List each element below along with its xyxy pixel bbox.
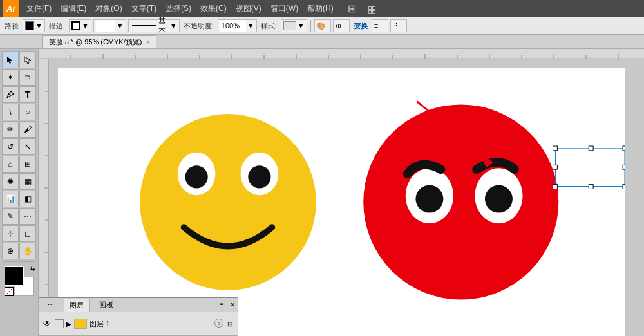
tab-close-button[interactable]: × <box>146 39 149 46</box>
menu-edit[interactable]: 编辑(E) <box>57 2 90 15</box>
handle-tc[interactable] <box>589 146 593 151</box>
fill-color-swatch <box>25 21 34 30</box>
handle-tl[interactable] <box>553 146 558 151</box>
magic-wand-tool[interactable]: ✦ <box>2 69 19 86</box>
options-toolbar: 路径 ▼ 描边: ▼ ▼ 基本 ▼ 不透明度: ▼ 样式: ▼ 🎨 ⊕ 变换 ≡… <box>0 17 644 35</box>
selection-box <box>555 149 625 187</box>
tool-row-11: ⊹ ◻ <box>2 225 36 242</box>
handle-tr[interactable] <box>623 146 625 151</box>
tool-row-7: ⌂ ⊞ <box>2 156 36 173</box>
panel-header: ⋯ 图层 画板 ≡ ✕ <box>39 298 238 312</box>
svg-rect-0 <box>39 49 644 59</box>
align-button[interactable]: ≡ <box>372 19 388 32</box>
image-trace-button[interactable]: ⊕ <box>333 19 350 32</box>
handle-bl[interactable] <box>553 185 558 189</box>
canvas-tab[interactable]: 画板 <box>93 298 119 312</box>
live-paint-tool[interactable]: ⊹ <box>2 225 19 242</box>
devil-face-circle <box>363 104 558 299</box>
menu-select[interactable]: 选择(S) <box>162 2 195 15</box>
column-graph-tool[interactable]: 📊 <box>2 191 19 207</box>
graph-tool[interactable]: ▦ <box>19 173 36 190</box>
stroke-color-picker[interactable]: ▼ <box>69 19 91 32</box>
tool-row-2: ✦ ⊃ <box>2 69 36 86</box>
layer-dots-button[interactable]: ⊡ <box>225 319 235 329</box>
pencil-tool[interactable]: ✏ <box>2 121 19 138</box>
fill-color-picker[interactable]: ▼ <box>23 19 45 32</box>
menu-view[interactable]: 视图(V) <box>232 2 265 15</box>
menu-object[interactable]: 对象(O) <box>91 2 126 15</box>
menu-help[interactable]: 帮助(H) <box>303 2 337 15</box>
zoom-tool[interactable]: ⊕ <box>2 243 19 259</box>
tool-row-1 <box>2 51 36 68</box>
lasso-tool[interactable]: ⊃ <box>19 69 36 86</box>
gradient-tool[interactable]: ◧ <box>19 191 36 207</box>
scale-tool[interactable]: ⤡ <box>19 138 36 155</box>
tab-bar: 笑脸.ai* @ 95% (CMYK/预览) × <box>0 35 644 49</box>
style-selector[interactable]: ▼ <box>281 19 307 32</box>
handle-mr[interactable] <box>623 165 625 169</box>
stroke-style-label: 基本 <box>158 16 169 35</box>
handle-ml[interactable] <box>553 165 558 169</box>
swap-colors-icon[interactable]: ⇆ <box>30 265 35 272</box>
rotate-tool[interactable]: ↺ <box>2 138 19 155</box>
none-color-icon[interactable] <box>5 287 14 296</box>
panel-resize[interactable]: ⋯ <box>42 299 60 310</box>
canvas-area[interactable]: ⋯ 图层 画板 ≡ ✕ 👁 ▶ 图层 1 ○ ⊡ <box>39 49 644 336</box>
panel-menu-icon[interactable]: ≡ <box>220 301 223 308</box>
menu-text[interactable]: 文字(T) <box>128 2 160 15</box>
handle-br[interactable] <box>623 185 625 189</box>
blend-tool[interactable]: ⋯ <box>19 208 36 225</box>
devil-face-group <box>363 104 558 299</box>
symbol-sprayer-tool[interactable]: ✺ <box>2 173 19 190</box>
tool-row-3: T <box>2 86 36 103</box>
line-tool[interactable]: \ <box>2 104 19 120</box>
document-tab[interactable]: 笑脸.ai* @ 95% (CMYK/预览) × <box>42 35 156 48</box>
eyedropper-tool[interactable]: ✎ <box>2 208 19 225</box>
pathfinder-button[interactable]: ⋮ <box>390 19 407 32</box>
opacity-input[interactable]: ▼ <box>218 19 257 32</box>
tool-row-9: 📊 ◧ <box>2 191 36 207</box>
panel-close-icon[interactable]: ✕ <box>230 301 235 308</box>
devil-right-pupil <box>485 185 513 213</box>
tool-row-6: ↺ ⤡ <box>2 138 36 155</box>
layer-row: 👁 ▶ 图层 1 ○ ⊡ <box>39 312 238 335</box>
layer-lock-toggle[interactable] <box>55 319 64 328</box>
foreground-color-box[interactable] <box>5 266 24 286</box>
stroke-label: 描边: <box>47 21 67 31</box>
tool-row-10: ✎ ⋯ <box>2 208 36 225</box>
selection-tool[interactable] <box>2 51 19 68</box>
menu-icon2[interactable]: ▦ <box>364 3 380 15</box>
direct-selection-tool[interactable] <box>19 51 36 68</box>
stroke-style-selector[interactable]: 基本 ▼ <box>128 19 180 32</box>
layer-expand-toggle[interactable]: ▶ <box>66 321 71 328</box>
eraser-tool[interactable]: ◻ <box>19 225 36 242</box>
pen-tool[interactable] <box>2 86 19 103</box>
menu-effect[interactable]: 效果(C) <box>196 2 231 15</box>
layer-circle-indicator: ○ <box>214 319 223 328</box>
ruler-top <box>39 49 644 59</box>
paintbrush-tool[interactable]: 🖌 <box>19 121 36 138</box>
free-transform-tool[interactable]: ⊞ <box>19 156 36 173</box>
layers-tab[interactable]: 图层 <box>64 299 90 312</box>
tool-row-4: \ ○ <box>2 104 36 120</box>
path-label: 路径 <box>3 21 21 31</box>
left-toolbar: ✦ ⊃ T \ ○ ✏ 🖌 ↺ ⤡ ⌂ ⊞ ✺ ▦ 📊 <box>0 49 39 336</box>
recolor-button[interactable]: 🎨 <box>314 19 331 32</box>
layer-name-label: 图层 1 <box>90 319 212 329</box>
app-logo: Ai <box>3 0 19 17</box>
tab-filename: 笑脸.ai* @ 95% (CMYK/预览) <box>49 37 142 47</box>
hand-tool[interactable]: ✋ <box>19 243 36 259</box>
style-label: 样式: <box>259 21 279 31</box>
handle-bc[interactable] <box>589 185 593 189</box>
type-tool[interactable]: T <box>19 86 36 103</box>
warp-tool[interactable]: ⌂ <box>2 156 19 173</box>
menu-icon[interactable]: ⊞ <box>344 1 360 16</box>
menu-window[interactable]: 窗口(W) <box>267 2 302 15</box>
transform-label: 变换 <box>352 21 370 31</box>
happy-left-pupil <box>185 165 208 188</box>
menu-file[interactable]: 文件(F) <box>23 2 55 15</box>
ellipse-tool[interactable]: ○ <box>19 104 36 120</box>
menu-bar: 文件(F) 编辑(E) 对象(O) 文字(T) 选择(S) 效果(C) 视图(V… <box>23 1 380 16</box>
stroke-width-input[interactable]: ▼ <box>93 19 126 32</box>
layer-visibility-toggle[interactable]: 👁 <box>42 319 52 329</box>
